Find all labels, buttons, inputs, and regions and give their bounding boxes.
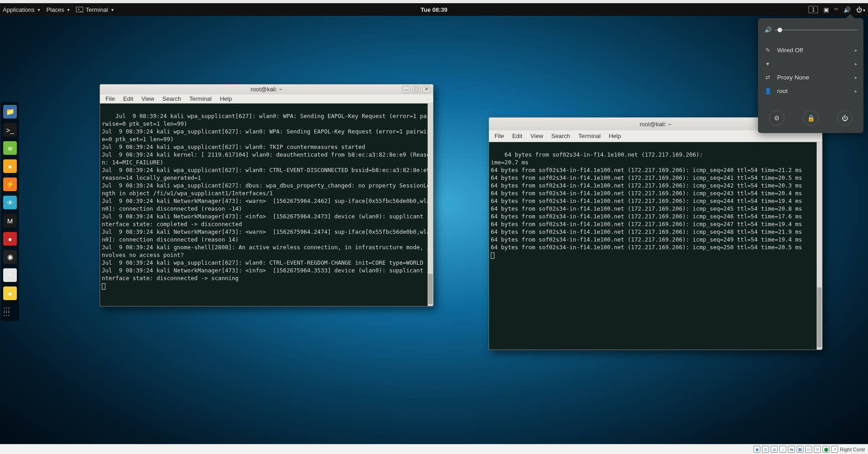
active-app-menu[interactable]: >_ Terminal: [76, 6, 113, 13]
volume-slider[interactable]: [775, 30, 857, 30]
terminal-window-2[interactable]: root@kali: ~ — ▢ ✕ FileEditViewSearchTer…: [489, 117, 823, 350]
chevron-right-icon: ▸: [855, 48, 857, 53]
popover-row-icon: 👤: [764, 88, 771, 94]
terminal-glyph-icon: >_: [76, 7, 83, 12]
places-menu[interactable]: Places: [46, 6, 70, 13]
title-2: root@kali: ~: [640, 121, 672, 128]
lock-button[interactable]: 🔒: [803, 110, 818, 126]
popover-row-0[interactable]: ✎Wired Off▸: [764, 43, 857, 57]
power-status-icon[interactable]: ⏻: [856, 6, 865, 13]
menu-item-edit[interactable]: Edit: [123, 95, 133, 102]
cherries-icon[interactable]: ●: [3, 232, 17, 246]
popover-row-label: root: [777, 88, 788, 94]
vm-audio-icon[interactable]: ♪: [779, 446, 786, 453]
burp-icon[interactable]: ⚡: [3, 178, 17, 191]
popover-row-icon: ⇄: [764, 74, 771, 81]
popover-row-icon: ✎: [764, 47, 771, 54]
terminal-body-1[interactable]: Jul 9 08:39:24 kali wpa_supplicant[627]:…: [100, 104, 433, 306]
record-icon[interactable]: ▣: [823, 6, 829, 13]
host-key-label: Right Contr: [840, 447, 865, 452]
popover-row-icon: ▾: [764, 60, 771, 67]
vm-display-icon[interactable]: ▭: [805, 446, 812, 453]
applications-menu[interactable]: Applications: [3, 6, 40, 13]
popover-row-2[interactable]: ⇄Proxy None▸: [764, 70, 857, 84]
menu-item-help[interactable]: Help: [220, 95, 232, 102]
obs-icon[interactable]: ◉: [3, 250, 17, 264]
wifi-status-icon[interactable]: ⌔: [834, 6, 838, 13]
firefox-icon[interactable]: ●: [3, 159, 17, 173]
menu-item-view[interactable]: View: [530, 133, 543, 139]
terminal-window-1[interactable]: root@kali: ~ — ▢ ✕ FileEditViewSearchTer…: [100, 84, 434, 306]
metasploit-icon[interactable]: M: [3, 214, 17, 227]
clock[interactable]: Tue 08:39: [420, 6, 447, 13]
popover-row-label: Proxy None: [777, 74, 809, 81]
files-icon[interactable]: 📁: [3, 105, 17, 118]
volume-slider-thumb[interactable]: [778, 28, 782, 32]
chevron-right-icon: ▸: [855, 89, 857, 94]
minimize-button[interactable]: —: [402, 86, 410, 93]
chevron-right-icon: ▸: [855, 61, 857, 66]
menu-item-help[interactable]: Help: [609, 133, 621, 139]
chevron-right-icon: ▸: [855, 75, 857, 80]
top-panel: Applications Places >_ Terminal Tue 08:3…: [0, 3, 868, 16]
menu-item-view[interactable]: View: [141, 95, 154, 102]
volume-row: 🔊: [764, 26, 857, 33]
scrollbar-2[interactable]: [817, 142, 822, 350]
vm-disk-icon[interactable]: ◉: [753, 446, 760, 453]
cursor-2: [491, 252, 494, 259]
vm-mouse-icon[interactable]: ↗: [831, 446, 838, 453]
maximize-button[interactable]: ▢: [412, 86, 420, 93]
notes-icon[interactable]: ≣: [3, 141, 17, 155]
menu-item-file[interactable]: File: [494, 133, 504, 139]
scrollbar-thumb-1[interactable]: [428, 274, 433, 304]
vm-shared-icon[interactable]: ▦: [797, 446, 803, 453]
terminal-icon[interactable]: >_: [3, 123, 17, 137]
menu-item-search[interactable]: Search: [551, 133, 570, 139]
terminal-text-2: 64 bytes from sof02s34-in-f14.1e100.net …: [491, 151, 802, 251]
volume-icon: 🔊: [764, 26, 771, 33]
popover-row-label: Wired Off: [777, 47, 803, 54]
menu-item-edit[interactable]: Edit: [512, 133, 522, 139]
title-1: root@kali: ~: [251, 86, 283, 93]
active-app-label: Terminal: [85, 6, 108, 13]
host-chrome-stub: [0, 0, 868, 3]
volume-status-icon[interactable]: 🔊: [843, 6, 851, 13]
settings-button[interactable]: ⚙: [769, 110, 784, 126]
vm-cd-icon[interactable]: ⊙: [762, 446, 769, 453]
scrollbar-thumb-2[interactable]: [817, 287, 822, 348]
recon-icon[interactable]: 👁: [3, 196, 17, 209]
dock: 📁>_≣●⚡👁M●◉⌔●::: :::: [1, 102, 19, 321]
menu-item-terminal[interactable]: Terminal: [579, 133, 601, 139]
apps-icon[interactable]: ::: :::: [3, 305, 17, 318]
wifi-icon[interactable]: ⌔: [3, 268, 17, 282]
scrollbar-1[interactable]: [428, 104, 433, 306]
system-menu-popover: 🔊 ✎Wired Off▸▾▸⇄Proxy None▸👤root▸ ⚙ 🔒 ⏻: [758, 18, 863, 133]
close-button[interactable]: ✕: [422, 86, 430, 93]
vm-cam-icon[interactable]: V: [814, 446, 821, 453]
vm-status-bar: ◉ ⊙ ψ ♪ ⇆ ▦ ▭ V ⬤ ↗ Right Contr: [0, 444, 868, 454]
popover-row-3[interactable]: 👤root▸: [764, 84, 857, 98]
menu-item-file[interactable]: File: [105, 95, 115, 102]
vm-rec-icon[interactable]: ⬤: [823, 446, 829, 453]
popover-row-1[interactable]: ▾▸: [764, 57, 857, 70]
titlebar-1[interactable]: root@kali: ~ — ▢ ✕: [100, 84, 433, 94]
terminal-body-2[interactable]: 64 bytes from sof02s34-in-f14.1e100.net …: [489, 142, 822, 350]
terminal-text-1: Jul 9 08:39:24 kali wpa_supplicant[627]:…: [102, 113, 434, 281]
workspace-indicator[interactable]: 1: [808, 6, 818, 13]
bulb-icon[interactable]: ●: [3, 286, 17, 300]
menu-item-terminal[interactable]: Terminal: [190, 95, 212, 102]
vm-net-icon[interactable]: ⇆: [788, 446, 795, 453]
menu-item-search[interactable]: Search: [162, 95, 181, 102]
menubar-1: FileEditViewSearchTerminalHelp: [100, 94, 433, 104]
cursor-1: [102, 283, 105, 290]
power-button[interactable]: ⏻: [837, 110, 853, 126]
vm-usb-icon[interactable]: ψ: [771, 446, 778, 453]
